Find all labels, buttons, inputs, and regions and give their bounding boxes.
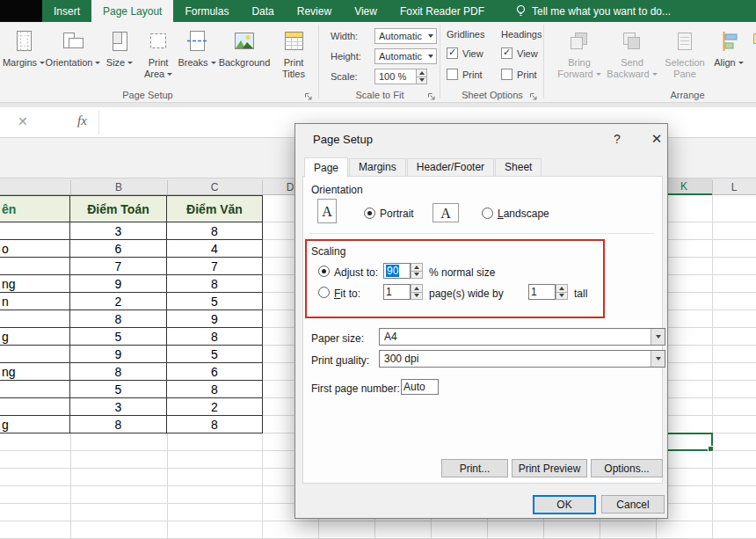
checkbox-unchecked-icon[interactable]	[447, 69, 458, 80]
sheet-options-dialog-launcher[interactable]	[528, 90, 539, 100]
cell-name[interactable]	[0, 222, 70, 240]
cell-van[interactable]: 5	[167, 293, 263, 310]
cell-toan[interactable]: 9	[70, 275, 167, 293]
cell-toan[interactable]: 3	[70, 398, 167, 416]
gridlines-print-checkbox-row[interactable]: Print	[447, 69, 483, 80]
options-button[interactable]: Options...	[591, 459, 663, 477]
cell-name[interactable]: n	[0, 293, 70, 310]
table-header-van[interactable]: Điểm Văn	[167, 196, 263, 222]
breaks-icon	[185, 25, 209, 57]
spinner-arrows[interactable]	[416, 69, 426, 84]
cell-name[interactable]	[0, 346, 70, 363]
cell-toan[interactable]: 8	[70, 416, 167, 433]
cell-van[interactable]: 8	[167, 275, 263, 293]
cell-van[interactable]: 6	[167, 363, 263, 381]
cell-toan[interactable]: 6	[70, 240, 167, 258]
chevron-down-icon	[652, 73, 658, 76]
cell-name[interactable]: ng	[0, 275, 70, 293]
column-header-l[interactable]: L	[712, 181, 756, 193]
cell-toan[interactable]: 5	[70, 328, 167, 346]
cancel-button[interactable]: Cancel	[601, 495, 665, 514]
close-icon[interactable]: ✕	[649, 131, 665, 147]
cancel-icon[interactable]: ✕	[18, 114, 28, 128]
portrait-radio[interactable]	[364, 208, 375, 219]
cell-name[interactable]: g	[0, 416, 70, 433]
tab-insert[interactable]: Insert	[42, 0, 91, 22]
chevron-down-icon[interactable]	[651, 329, 665, 345]
orientation-button[interactable]: Orientation	[46, 25, 100, 95]
table-header-name[interactable]: ên	[0, 196, 70, 222]
landscape-radio[interactable]	[482, 208, 493, 219]
column-header-b[interactable]: B	[70, 181, 167, 193]
cell-van[interactable]: 7	[167, 258, 263, 275]
column-header-c[interactable]: C	[167, 181, 262, 193]
background-button[interactable]: Background	[216, 25, 273, 95]
tell-me-box[interactable]: Tell me what you want to do...	[515, 0, 671, 22]
print-titles-button[interactable]: Print Titles	[274, 25, 313, 95]
checkbox-checked-icon[interactable]	[447, 47, 458, 59]
cell-name[interactable]: o	[0, 240, 70, 258]
selection-pane-button[interactable]: Selection Pane	[661, 25, 709, 95]
insert-function-icon[interactable]: fx	[77, 113, 87, 128]
checkbox-checked-icon[interactable]	[501, 47, 512, 59]
cell-toan[interactable]: 2	[70, 293, 167, 310]
margins-button[interactable]: Margins	[4, 25, 44, 95]
chevron-down-icon	[425, 34, 436, 38]
dialog-tab-header-footer[interactable]: Header/Footer	[407, 158, 494, 177]
page-setup-dialog-launcher[interactable]	[303, 90, 314, 100]
cell-toan[interactable]: 5	[70, 381, 167, 398]
headings-view-checkbox-row[interactable]: View	[501, 47, 538, 59]
cell-van[interactable]: 8	[167, 381, 263, 398]
tab-page-layout[interactable]: Page Layout	[91, 0, 173, 22]
align-button[interactable]: Align	[712, 25, 745, 95]
tab-review[interactable]: Review	[286, 0, 343, 22]
cell-van[interactable]: 5	[167, 346, 263, 363]
cell-toan[interactable]: 7	[70, 258, 167, 275]
cell-van[interactable]: 8	[167, 328, 263, 346]
clipped-group-button[interactable]: G	[744, 25, 756, 95]
tab-formulas[interactable]: Formulas	[173, 0, 240, 22]
cell-name[interactable]: ng	[0, 363, 70, 381]
ok-button[interactable]: OK	[533, 495, 596, 514]
cell-name[interactable]	[0, 258, 70, 275]
help-button[interactable]: ?	[610, 132, 624, 146]
first-page-number-input[interactable]: Auto	[401, 379, 439, 395]
tab-foxit-reader-pdf[interactable]: Foxit Reader PDF	[389, 0, 496, 22]
cell-name[interactable]	[0, 310, 70, 328]
print-preview-button[interactable]: Print Preview	[512, 459, 587, 477]
cell-van[interactable]: 4	[167, 240, 263, 258]
print-button[interactable]: Print...	[441, 459, 508, 477]
scale-spinner[interactable]: 100 %	[374, 69, 427, 84]
gridlines-view-checkbox-row[interactable]: View	[447, 47, 483, 59]
breaks-button[interactable]: Breaks	[179, 25, 214, 95]
cell-van[interactable]: 9	[167, 310, 263, 328]
print-quality-dropdown[interactable]: 300 dpi	[379, 350, 665, 368]
chevron-down-icon[interactable]	[651, 351, 665, 367]
paper-size-dropdown[interactable]: A4	[379, 328, 665, 346]
cell-van[interactable]: 2	[167, 398, 263, 416]
send-backward-button[interactable]: Send Backward	[607, 25, 658, 95]
scale-to-fit-dialog-launcher[interactable]	[426, 90, 437, 100]
cell-name[interactable]	[0, 381, 70, 398]
size-button[interactable]: Size	[102, 25, 137, 95]
width-dropdown[interactable]: Automatic	[374, 28, 437, 44]
dialog-tab-page[interactable]: Page	[304, 157, 348, 178]
print-area-button[interactable]: Print Area	[139, 25, 178, 95]
cell-toan[interactable]: 3	[70, 222, 167, 240]
headings-print-checkbox-row[interactable]: Print	[501, 69, 537, 80]
cell-van[interactable]: 8	[167, 416, 263, 433]
height-dropdown[interactable]: Automatic	[374, 48, 437, 64]
cell-toan[interactable]: 8	[70, 310, 167, 328]
dialog-tab-sheet[interactable]: Sheet	[495, 158, 542, 177]
cell-name[interactable]	[0, 398, 70, 416]
cell-toan[interactable]: 8	[70, 363, 167, 381]
bring-forward-button[interactable]: Bring Forward	[556, 25, 603, 95]
cell-van[interactable]: 8	[167, 222, 263, 240]
tab-data[interactable]: Data	[240, 0, 285, 22]
tab-view[interactable]: View	[343, 0, 389, 22]
cell-toan[interactable]: 9	[70, 346, 167, 363]
table-header-toan[interactable]: Điểm Toán	[70, 196, 167, 222]
cell-name[interactable]: g	[0, 328, 70, 346]
dialog-tab-margins[interactable]: Margins	[349, 158, 406, 177]
checkbox-unchecked-icon[interactable]	[501, 69, 512, 80]
